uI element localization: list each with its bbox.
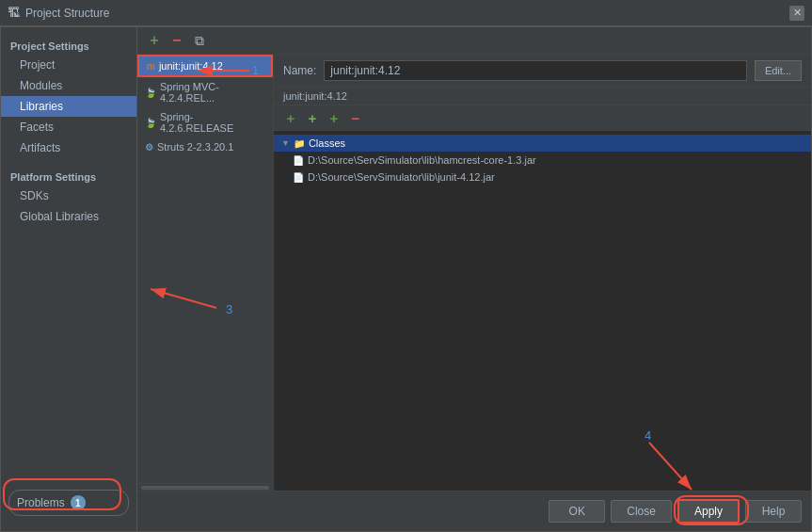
edit-button[interactable]: Edit... [755, 60, 802, 81]
title-icon: 🏗 [8, 6, 20, 20]
lib-label-spring-core: Spring-4.2.6.RELEASE [160, 111, 265, 134]
apply-button[interactable]: Apply [677, 499, 740, 524]
tree-item-hamcrest[interactable]: 📄 D:\Source\ServSimulator\lib\hamcrest-c… [274, 152, 811, 169]
lib-label-struts: Struts 2-2.3.20.1 [157, 141, 233, 153]
remove-lib-button[interactable]: − [167, 31, 186, 50]
sidebar-item-sdks[interactable]: SDKs [1, 185, 136, 206]
title-text: Project Structure [25, 7, 109, 20]
level-label: junit:junit:4.12 [283, 90, 347, 102]
lib-label-spring-mvc: Spring MVC-4.2.4.REL... [160, 81, 265, 104]
tree-label-hamcrest: D:\Source\ServSimulator\lib\hamcrest-cor… [308, 154, 536, 166]
add-class-button[interactable]: + [281, 108, 300, 127]
tree-label-junit-jar: D:\Source\ServSimulator\lib\junit-4.12.j… [308, 171, 495, 183]
lib-name-row: Name: Edit... [274, 55, 811, 88]
lib-item-spring-mvc[interactable]: 🍃 Spring MVC-4.2.4.REL... [137, 77, 273, 107]
close-dialog-button[interactable]: Close [611, 500, 672, 523]
help-button[interactable]: Help [745, 500, 802, 523]
tree-label-classes: Classes [309, 137, 345, 149]
lib-item-struts[interactable]: ⚙ Struts 2-2.3.20.1 [137, 137, 273, 156]
tree-item-classes[interactable]: ▼ 📁 Classes [274, 135, 811, 152]
sidebar-item-global-libs[interactable]: Global Libraries [1, 206, 136, 227]
tree-arrow-classes: ▼ [281, 138, 290, 148]
add-lib-button[interactable]: + [145, 31, 164, 50]
lib-icon-struts: ⚙ [145, 142, 153, 153]
sidebar-item-libraries[interactable]: Libraries [1, 96, 136, 117]
add-green-tree-button[interactable]: + [325, 108, 343, 127]
sidebar-item-project[interactable]: Project [1, 55, 136, 75]
add-tree-button[interactable]: + [303, 108, 322, 127]
lib-item-spring-core[interactable]: 🍃 Spring-4.2.6.RELEASE [137, 107, 273, 137]
right-panel: + − ⧉ m junit:junit:4.12 🍃 Spring MVC-4.… [137, 27, 811, 531]
sidebar-item-modules[interactable]: Modules [1, 75, 136, 96]
lib-list-panel: m junit:junit:4.12 🍃 Spring MVC-4.2.4.RE… [137, 55, 274, 491]
lib-detail-toolbar: + + + − [274, 105, 811, 131]
tree-icon-junit-jar: 📄 [293, 172, 304, 183]
lib-icon-maven: m [147, 61, 155, 72]
lib-label-junit: junit:junit:4.12 [159, 60, 223, 72]
lib-toolbar: + − ⧉ [137, 27, 811, 55]
bottom-bar: OK Close Apply Help [137, 491, 811, 531]
lib-level-row: junit:junit:4.12 [274, 88, 811, 105]
lib-icon-spring-core: 🍃 [145, 118, 156, 128]
sidebar: Project Settings Project Modules Librari… [1, 27, 137, 531]
name-input[interactable] [324, 60, 747, 81]
sidebar-item-facets[interactable]: Facets [1, 117, 136, 137]
tree-icon-hamcrest: 📄 [293, 155, 304, 166]
problems-label: Problems [17, 496, 65, 509]
lib-icon-spring-mvc: 🍃 [145, 88, 156, 98]
remove-class-button[interactable]: − [346, 108, 365, 127]
problems-badge[interactable]: Problems 1 [8, 490, 129, 516]
lib-list: m junit:junit:4.12 🍃 Spring MVC-4.2.4.RE… [137, 55, 273, 483]
copy-lib-button[interactable]: ⧉ [190, 31, 209, 50]
lib-detail-panel: Name: Edit... junit:junit:4.12 + + + − [274, 55, 811, 491]
content-area: m junit:junit:4.12 🍃 Spring MVC-4.2.4.RE… [137, 55, 811, 491]
sidebar-item-artifacts[interactable]: Artifacts [1, 137, 136, 158]
platform-settings-header: Platform Settings [1, 166, 136, 185]
close-button[interactable]: ✕ [789, 6, 804, 21]
ok-button[interactable]: OK [549, 500, 605, 523]
name-label: Name: [283, 64, 316, 77]
main-container: Project Settings Project Modules Librari… [0, 26, 812, 532]
project-settings-header: Project Settings [1, 35, 136, 55]
problems-count: 1 [71, 495, 86, 510]
title-bar: 🏗 Project Structure ✕ [0, 0, 812, 26]
lib-tree: ▼ 📁 Classes 📄 D:\Source\ServSimulator\li… [274, 131, 811, 491]
lib-item-junit[interactable]: m junit:junit:4.12 [137, 55, 273, 77]
tree-icon-classes: 📁 [294, 138, 305, 149]
tree-item-junit-jar[interactable]: 📄 D:\Source\ServSimulator\lib\junit-4.12… [274, 169, 811, 185]
